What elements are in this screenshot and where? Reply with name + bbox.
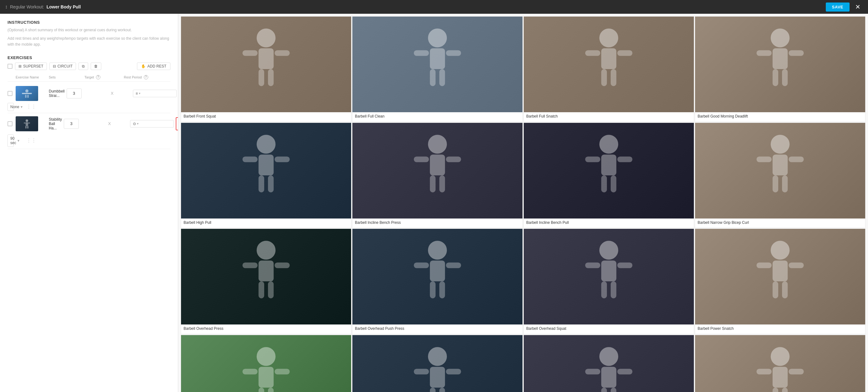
add-rest-button[interactable]: ✋ ADD REST xyxy=(137,63,170,70)
svg-rect-2 xyxy=(25,95,27,98)
svg-rect-77 xyxy=(773,261,788,281)
exercise-card-label: Barbell Front Squat xyxy=(181,112,351,122)
svg-rect-78 xyxy=(756,263,771,268)
svg-rect-80 xyxy=(773,281,778,298)
save-button[interactable]: SAVE xyxy=(826,2,849,11)
row1-drag-handle[interactable]: ⋮⋮ xyxy=(16,104,47,110)
row1-checkbox[interactable] xyxy=(7,91,12,96)
svg-point-16 xyxy=(428,28,447,47)
exercise-card[interactable]: Barbell Power Snatch xyxy=(695,229,866,334)
svg-rect-98 xyxy=(601,388,607,392)
exercise-card[interactable]: Barbell Full Snatch xyxy=(523,16,694,122)
exercise-card[interactable]: Barbell Overhead Press xyxy=(181,229,351,334)
workout-icon: ↕ xyxy=(5,4,7,10)
svg-rect-14 xyxy=(258,69,264,86)
svg-rect-15 xyxy=(268,69,274,86)
exercise-card[interactable]: Barbell Reverse... xyxy=(695,335,866,392)
main-layout: INSTRUCTIONS (Optional) A short summary … xyxy=(0,14,868,392)
svg-rect-85 xyxy=(275,368,289,374)
svg-point-94 xyxy=(599,347,618,366)
circuit-icon: ⊟ xyxy=(53,64,56,68)
svg-rect-11 xyxy=(258,48,274,69)
row2-checkbox[interactable] xyxy=(7,121,12,126)
svg-rect-13 xyxy=(275,50,289,56)
exercise-card[interactable]: Barbell Incline Bench Press xyxy=(352,123,523,228)
exercise-card[interactable]: Barbell Overhead Push Press xyxy=(352,229,523,334)
exercise-card[interactable]: Barbell Preacher... xyxy=(181,335,351,392)
row2-target-type-select[interactable]: ⊙ ▾ xyxy=(130,120,174,128)
svg-point-4 xyxy=(26,120,28,122)
svg-rect-9 xyxy=(27,126,28,129)
row1-sets-input[interactable] xyxy=(67,89,82,98)
exercise-card-label: Barbell Overhead Push Press xyxy=(352,325,523,334)
svg-rect-18 xyxy=(414,50,429,56)
svg-rect-67 xyxy=(446,263,461,268)
table-row: Dumbbell Strai... X ≡ ▾ 12 reps/15 lbs, … xyxy=(7,84,170,113)
svg-rect-35 xyxy=(258,155,274,175)
svg-rect-61 xyxy=(275,263,289,268)
exercise-card[interactable]: Barbell Rear Delt... xyxy=(352,335,523,392)
svg-rect-30 xyxy=(756,50,771,56)
exercise-card-label: Barbell Full Snatch xyxy=(524,112,694,122)
exercise-card-label: Barbell Full Clean xyxy=(352,112,523,122)
svg-rect-66 xyxy=(414,263,429,268)
close-button[interactable]: ✕ xyxy=(853,2,863,12)
svg-rect-56 xyxy=(773,175,778,192)
row2-target-time[interactable]: 45 sec ▾ xyxy=(176,117,178,130)
exercise-card[interactable]: Barbell Overhead Squat xyxy=(523,229,694,334)
exercise-card[interactable]: Barbell High Pull xyxy=(181,123,351,228)
svg-point-64 xyxy=(428,241,447,259)
svg-point-28 xyxy=(771,28,789,47)
svg-rect-72 xyxy=(585,263,600,268)
exercise-table-header: Exercise Name Sets Target ? Rest Period … xyxy=(7,74,170,81)
svg-rect-71 xyxy=(601,261,616,281)
svg-rect-7 xyxy=(28,123,30,124)
delete-button[interactable]: 🗑 xyxy=(91,63,101,70)
svg-point-58 xyxy=(257,241,276,259)
exercise-card[interactable]: Barbell Full Clean xyxy=(352,16,523,122)
row2-target-wrapper: 45 sec ▾ slow on the xyxy=(176,115,178,133)
svg-rect-95 xyxy=(601,367,616,387)
exercise-card-label: Barbell Narrow Grip Bicep Curl xyxy=(695,219,865,228)
row1-target-type-select[interactable]: ≡ ▾ xyxy=(133,90,177,97)
workout-type-label: Regular Workout: xyxy=(10,4,44,9)
exercise-card[interactable]: Barbell Good Morning Deadlift xyxy=(695,16,866,122)
row2-exercise-name: Stability Ball Ha... xyxy=(49,117,62,130)
svg-rect-0 xyxy=(22,93,32,94)
svg-rect-25 xyxy=(617,50,632,56)
svg-rect-29 xyxy=(773,48,788,69)
timer-icon: ⊙ xyxy=(133,122,136,126)
row1-rest-select[interactable]: None ▾ xyxy=(7,103,14,111)
circuit-label: CIRCUIT xyxy=(58,64,73,68)
svg-rect-20 xyxy=(430,69,436,86)
exercise-card-label: Barbell Incline Bench Press xyxy=(352,219,523,228)
svg-rect-54 xyxy=(756,156,771,162)
svg-rect-50 xyxy=(601,175,607,192)
instructions-block: INSTRUCTIONS (Optional) A short summary … xyxy=(7,20,170,48)
svg-rect-65 xyxy=(430,261,445,281)
select-all-checkbox[interactable] xyxy=(7,64,12,69)
col-rest-period: Rest Period ? xyxy=(124,75,167,79)
svg-point-52 xyxy=(771,135,789,154)
exercise-card[interactable]: Barbell Rear Shrug xyxy=(523,335,694,392)
row2-drag-handle[interactable]: ⋮⋮ xyxy=(16,137,47,143)
target-info-icon: ? xyxy=(96,75,100,79)
copy-button[interactable]: ⧉ xyxy=(79,63,88,70)
exercises-section: EXERCISES ⊞ SUPERSET ⊟ CIRCUIT ⧉ 🗑 xyxy=(7,55,170,149)
svg-rect-21 xyxy=(439,69,445,86)
right-panel: Barbell Front Squat Barbell Full Clean B… xyxy=(178,14,868,392)
row2-sets-input[interactable] xyxy=(64,119,79,129)
exercise-card[interactable]: Barbell Narrow Grip Bicep Curl xyxy=(695,123,866,228)
table-row: Stability Ball Ha... X ⊙ ▾ 45 sec ▾ slow… xyxy=(7,113,170,149)
exercise-card[interactable]: Barbell Incline Bench Pull xyxy=(523,123,694,228)
svg-rect-17 xyxy=(430,48,445,69)
row2-rest-select[interactable]: 90 sec ▾ xyxy=(7,134,14,147)
add-rest-label: ADD REST xyxy=(147,64,166,68)
circuit-button[interactable]: ⊟ CIRCUIT xyxy=(50,63,76,70)
svg-rect-53 xyxy=(773,155,788,175)
svg-rect-57 xyxy=(782,175,788,192)
superset-button[interactable]: ⊞ SUPERSET xyxy=(15,63,47,70)
exercise-card[interactable]: Barbell Front Squat xyxy=(181,16,351,122)
row1-x-separator: X xyxy=(93,91,131,96)
svg-rect-84 xyxy=(242,368,257,374)
